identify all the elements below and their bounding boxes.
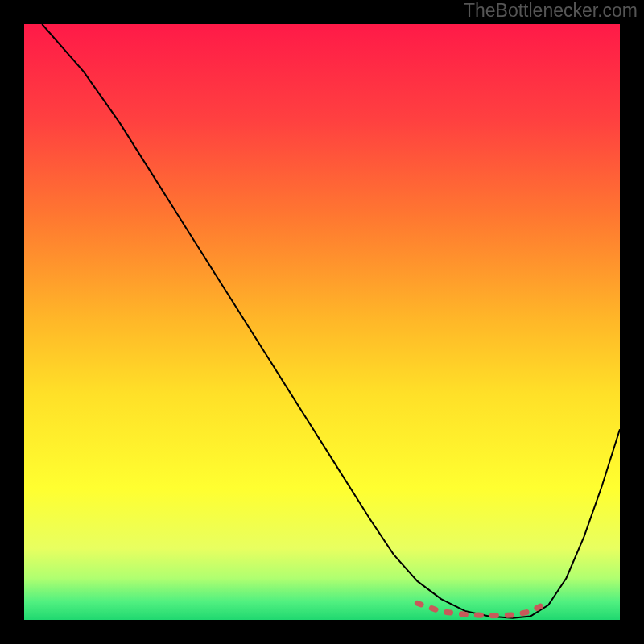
watermark-text: TheBottlenecker.com	[464, 0, 638, 22]
chart-container: TheBottlenecker.com	[0, 0, 644, 644]
chart-svg	[24, 24, 620, 620]
plot-area	[24, 24, 620, 620]
